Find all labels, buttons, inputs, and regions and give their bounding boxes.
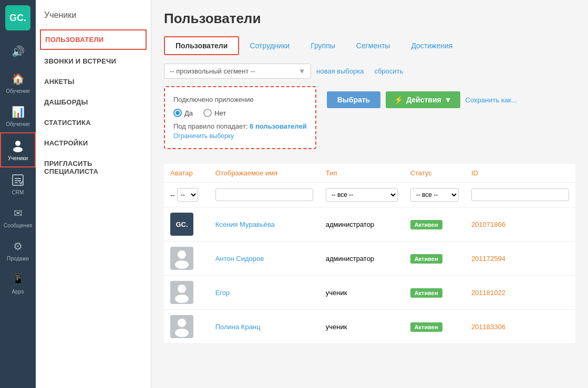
new-selection-link[interactable]: новая выборка xyxy=(316,67,364,75)
user-type: администратор xyxy=(319,242,404,276)
sidebar-item-sound[interactable]: 🔊 xyxy=(0,39,36,66)
students-icon xyxy=(11,139,25,153)
avatar-filter-label: -- xyxy=(170,191,175,199)
avatar xyxy=(170,247,193,270)
svg-point-0 xyxy=(15,141,20,146)
sidebar-item-site[interactable]: 🏠 Обучение xyxy=(0,66,36,99)
user-name-link[interactable]: Егор xyxy=(215,289,230,297)
user-name-link[interactable]: Антон Сидоров xyxy=(215,255,264,263)
bolt-icon: ⚡ xyxy=(394,96,403,104)
save-as-link[interactable]: Сохранить как... xyxy=(466,96,517,104)
avatar-filter-select[interactable]: -- xyxy=(177,188,198,202)
action-row: Выбрать ⚡ Действия ▼ Сохранить как... xyxy=(327,91,517,108)
svg-point-8 xyxy=(178,285,186,293)
table-row: Полина Кранц ученик Активен 201183306 xyxy=(164,310,575,344)
page-title: Пользователи xyxy=(164,11,575,27)
main-content: Пользователи Пользователи Сотрудники Гру… xyxy=(151,0,588,388)
messages-icon: ✉ xyxy=(11,206,25,221)
id-filter-input[interactable] xyxy=(471,188,569,201)
site-icon: 🏠 xyxy=(11,71,25,86)
type-filter-select[interactable]: -- все -- администратор ученик xyxy=(326,188,398,202)
result-line: Под правило попадает: 6 пользователей xyxy=(173,122,307,130)
learning-icon: 📊 xyxy=(11,104,25,119)
svg-point-9 xyxy=(175,295,189,303)
user-name-link[interactable]: Ксения Муравьёва xyxy=(215,221,275,228)
nav-menu: Ученики ПОЛЬЗОВАТЕЛИ ЗВОНКИ И ВСТРЕЧИ АН… xyxy=(36,0,151,388)
sidebar-item-messages[interactable]: ✉ Сообщения xyxy=(0,201,36,234)
status-badge: Активен xyxy=(410,322,442,332)
tab-employees[interactable]: Сотрудники xyxy=(239,36,300,55)
col-name: Отображаемое имя xyxy=(209,164,319,183)
segment-placeholder: -- произвольный сегмент -- xyxy=(170,67,255,75)
tab-users[interactable]: Пользователи xyxy=(164,36,239,55)
actions-arrow-icon: ▼ xyxy=(445,96,452,104)
actions-button[interactable]: ⚡ Действия ▼ xyxy=(386,91,460,108)
tab-achievements[interactable]: Достижения xyxy=(400,36,463,55)
user-type: ученик xyxy=(319,276,404,310)
radio-group: Да Нет xyxy=(173,109,307,117)
col-status: Статус xyxy=(404,164,465,183)
col-type: Тип xyxy=(319,164,404,183)
radio-yes-label: Да xyxy=(184,109,193,117)
nav-item-calls[interactable]: ЗВОНКИ И ВСТРЕЧИ xyxy=(36,51,151,71)
radio-no-label: Нет xyxy=(214,109,226,117)
table-row: Антон Сидоров администратор Активен 2011… xyxy=(164,242,575,276)
avatar xyxy=(170,281,193,304)
svg-point-7 xyxy=(175,260,189,269)
nav-item-users[interactable]: ПОЛЬЗОВАТЕЛИ xyxy=(40,29,147,50)
user-id: 201172594 xyxy=(465,242,575,276)
svg-point-6 xyxy=(178,250,186,259)
select-button[interactable]: Выбрать xyxy=(327,91,381,108)
nav-item-surveys[interactable]: АНКЕТЫ xyxy=(36,71,151,92)
radio-yes-btn[interactable] xyxy=(173,109,182,117)
user-type: ученик xyxy=(319,310,404,344)
user-id: 201181022 xyxy=(465,276,575,310)
status-badge: Активен xyxy=(410,288,442,298)
sidebar-item-apps[interactable]: 📱 Apps xyxy=(0,267,36,300)
user-id: 201183306 xyxy=(465,310,575,344)
sidebar-item-sales[interactable]: ⚙ Продажи xyxy=(0,234,36,267)
table-row: Егор ученик Активен 201181022 xyxy=(164,276,575,310)
radio-no-btn[interactable] xyxy=(203,109,212,117)
nav-item-invite[interactable]: ПРИГЛАСИТЬ СПЕЦИАЛИСТА xyxy=(36,153,151,182)
apps-icon: 📱 xyxy=(11,272,25,287)
radio-no[interactable]: Нет xyxy=(203,109,226,117)
tab-segments[interactable]: Сегменты xyxy=(346,36,401,55)
user-type: администратор xyxy=(319,207,404,242)
filter-title: Подключено приложение xyxy=(173,96,307,103)
status-filter-select[interactable]: -- все -- Активен xyxy=(410,188,459,202)
col-id: ID xyxy=(465,164,575,183)
filter-row: -- -- -- все -- администратор ученик xyxy=(164,183,575,207)
sidebar-item-students[interactable]: Ученики xyxy=(0,132,36,167)
nav-item-settings[interactable]: НАСТРОЙКИ xyxy=(36,133,151,153)
avatar-filter-cell: -- -- xyxy=(170,188,203,202)
dropdown-arrow-icon: ▼ xyxy=(298,67,305,75)
status-badge: Активен xyxy=(410,254,442,264)
user-id: 201071866 xyxy=(465,207,575,242)
nav-header: Ученики xyxy=(36,5,151,28)
limit-selection-link[interactable]: Ограничить выборку xyxy=(173,132,307,140)
avatar: GC. xyxy=(170,213,193,236)
sidebar-item-learning[interactable]: 📊 Обучение xyxy=(0,99,36,132)
nav-item-dashboards[interactable]: ДАШБОРДЫ xyxy=(36,92,151,112)
tab-groups[interactable]: Группы xyxy=(300,36,346,55)
sidebar-icons: GC. 🔊 🏠 Обучение 📊 Обучение Ученики xyxy=(0,0,36,388)
name-filter-input[interactable] xyxy=(215,188,313,201)
result-count-link[interactable]: 6 пользователей xyxy=(250,122,307,130)
segment-select[interactable]: -- произвольный сегмент -- ▼ xyxy=(164,64,311,79)
svg-point-10 xyxy=(178,319,186,327)
user-name-link[interactable]: Полина Кранц xyxy=(215,323,261,331)
segment-row: -- произвольный сегмент -- ▼ новая выбор… xyxy=(164,64,575,79)
radio-yes[interactable]: Да xyxy=(173,109,193,117)
reset-link[interactable]: сбросить xyxy=(374,67,403,75)
crm-icon xyxy=(11,173,25,187)
avatar xyxy=(170,315,193,338)
logo[interactable]: GC. xyxy=(5,5,30,30)
tabs-bar: Пользователи Сотрудники Группы Сегменты … xyxy=(164,36,575,55)
sales-icon: ⚙ xyxy=(11,239,25,254)
status-badge: Активен xyxy=(410,220,442,229)
sidebar-item-crm[interactable]: CRM xyxy=(0,167,36,201)
nav-item-stats[interactable]: СТАТИСТИКА xyxy=(36,112,151,133)
filter-box: Подключено приложение Да Нет Под правило… xyxy=(164,86,316,149)
table-row: GC. Ксения Муравьёва администратор Актив… xyxy=(164,207,575,242)
